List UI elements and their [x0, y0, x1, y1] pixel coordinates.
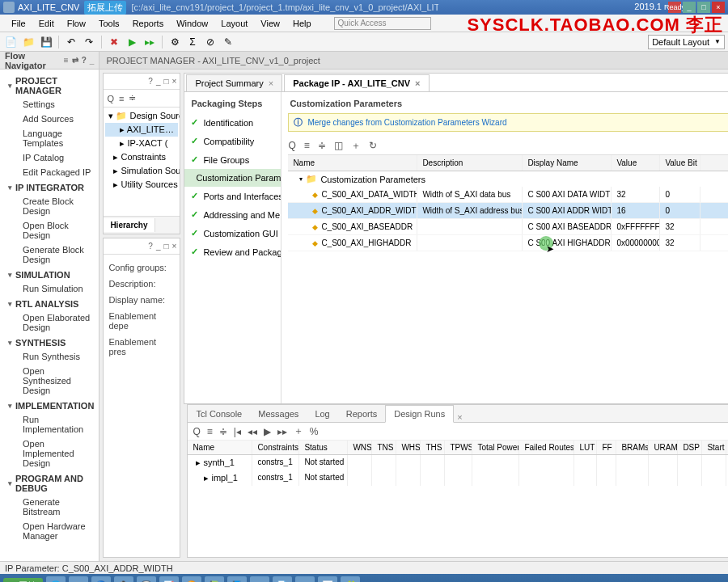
tool-icon[interactable]: ✎: [221, 35, 235, 49]
menu-window[interactable]: Window: [170, 16, 214, 31]
stop-icon[interactable]: ✖: [107, 35, 121, 49]
runs-column[interactable]: FF: [597, 441, 616, 454]
menu-file[interactable]: File: [5, 16, 32, 31]
tree-row[interactable]: ▾ 📁 Design Sources: [105, 109, 178, 123]
taskbar-item[interactable]: 🧩: [341, 576, 360, 582]
col-display-name[interactable]: Display Name: [523, 155, 612, 171]
runs-column[interactable]: Constraints: [252, 441, 299, 454]
maximize-icon[interactable]: □: [163, 242, 168, 251]
menu-reports[interactable]: Reports: [126, 16, 171, 31]
upload-badge[interactable]: 拓展上传: [84, 1, 126, 15]
packaging-step[interactable]: ✓File Groups: [184, 150, 281, 169]
taskbar-item[interactable]: 📗: [205, 576, 224, 582]
minimize-button[interactable]: _: [683, 2, 696, 13]
flow-section[interactable]: ▾ PROGRAM AND DEBUG: [0, 470, 99, 495]
col-description[interactable]: Description: [417, 155, 523, 171]
bottom-tab[interactable]: Messages: [250, 406, 307, 422]
maximize-icon[interactable]: □: [163, 77, 168, 86]
flow-section[interactable]: ▾ IMPLEMENTATION: [0, 398, 99, 412]
runs-column[interactable]: Start: [702, 441, 726, 454]
flow-section[interactable]: ▾ RTL ANALYSIS: [0, 296, 99, 310]
collapse-icon[interactable]: ≑: [219, 426, 227, 437]
packaging-step[interactable]: ✓Identification: [184, 113, 281, 132]
taskbar-item[interactable]: 📄: [273, 576, 292, 582]
flow-item[interactable]: Settings: [0, 97, 99, 112]
flow-item[interactable]: IP Catalog: [0, 150, 99, 165]
flow-item[interactable]: Run Simulation: [0, 281, 99, 296]
search-icon[interactable]: Q: [107, 94, 114, 103]
run-row[interactable]: ▸ synth_1constrs_1Not started: [188, 455, 728, 470]
save-icon[interactable]: 💾: [39, 35, 53, 49]
bottom-tab[interactable]: Reports: [338, 406, 386, 422]
flow-item[interactable]: Create Block Design: [0, 194, 99, 218]
packaging-step[interactable]: ✓Customization GUI: [184, 224, 281, 242]
undo-icon[interactable]: ↶: [64, 35, 78, 49]
taskbar-item[interactable]: 📘: [227, 576, 247, 582]
refresh-icon[interactable]: ↻: [369, 140, 377, 151]
param-row[interactable]: ◆C_S00_AXI_HIGHADDRC S00 AXI HIGHADDR0x0…: [288, 235, 728, 251]
menu-edit[interactable]: Edit: [32, 16, 61, 31]
bottom-tab[interactable]: Tcl Console: [188, 406, 250, 422]
close-tab-icon[interactable]: ×: [457, 412, 462, 422]
editor-tab[interactable]: Project Summary×: [186, 74, 282, 91]
tree-row[interactable]: ▸ Utility Sources: [105, 178, 178, 192]
flow-section[interactable]: ▾ IP INTEGRATOR: [0, 179, 99, 194]
param-row[interactable]: ◆C_S00_AXI_DATA_WIDTHWidth of S_AXI data…: [288, 187, 728, 203]
flow-item[interactable]: Edit Packaged IP: [0, 165, 99, 179]
expand-icon[interactable]: ≡: [207, 426, 213, 437]
close-tab-icon[interactable]: ×: [269, 78, 273, 88]
params-group[interactable]: ▾📁 Customization Parameters: [288, 171, 728, 187]
runs-column[interactable]: BRAMs: [616, 441, 649, 454]
start-button[interactable]: ⊞ 开始: [3, 578, 43, 583]
taskbar-item[interactable]: 🛠: [295, 576, 315, 582]
minimize-icon[interactable]: _: [156, 242, 161, 251]
flow-item[interactable]: Open Block Design: [0, 218, 99, 242]
new-icon[interactable]: 📄: [3, 35, 18, 49]
close-tab-icon[interactable]: ×: [415, 78, 420, 88]
col-bit-length[interactable]: Value Bit Length: [660, 155, 700, 171]
expand-icon[interactable]: ≡: [304, 140, 310, 151]
next-icon[interactable]: ▸▸: [277, 426, 287, 437]
group-icon[interactable]: ◫: [334, 140, 343, 151]
add-icon[interactable]: ＋: [351, 139, 361, 153]
menu-flow[interactable]: Flow: [61, 16, 92, 31]
menu-view[interactable]: View: [254, 16, 286, 31]
quick-access-input[interactable]: Quick Access: [334, 17, 431, 30]
taskbar-item[interactable]: 🌐: [46, 576, 66, 582]
packaging-step[interactable]: ✓Addressing and Mem: [184, 205, 281, 224]
taskbar-item[interactable]: 📊: [318, 576, 337, 582]
flow-item[interactable]: Run Synthesis: [0, 349, 99, 364]
taskbar-item[interactable]: 🟠: [182, 576, 201, 582]
tree-row[interactable]: ▸ Constraints: [105, 150, 178, 164]
packaging-step[interactable]: ✓Ports and Interfaces: [184, 187, 281, 205]
run-icon[interactable]: ▶: [125, 35, 139, 49]
runs-column[interactable]: THS: [421, 441, 445, 454]
close-icon[interactable]: ×: [172, 242, 177, 251]
runs-column[interactable]: Failed Routes: [519, 441, 574, 454]
close-icon[interactable]: _: [90, 56, 95, 65]
col-name[interactable]: Name: [288, 155, 417, 171]
cancel-icon[interactable]: ⊘: [203, 35, 218, 49]
param-row[interactable]: ◆C_S00_AXI_ADDR_WIDTHWidth of S_AXI addr…: [288, 203, 728, 219]
flow-item[interactable]: Open Elaborated Design: [0, 310, 99, 335]
close-icon[interactable]: ×: [172, 77, 177, 86]
packaging-step[interactable]: ✓Review and Package: [184, 242, 281, 261]
help-icon[interactable]: ?: [148, 242, 153, 251]
taskbar-item[interactable]: 📁: [69, 576, 88, 582]
flow-item[interactable]: Generate Block Design: [0, 242, 99, 267]
folder-icon[interactable]: 📁: [21, 35, 36, 49]
tree-row[interactable]: ▸ AXI_LITE…: [105, 123, 178, 137]
tree-row[interactable]: ▸ IP-XACT (: [105, 137, 178, 150]
flow-item[interactable]: Open Hardware Manager: [0, 519, 99, 543]
editor-tab[interactable]: Package IP - AXI_LITE_CNV×: [284, 74, 429, 91]
bottom-tab[interactable]: Design Runs: [385, 405, 454, 423]
flow-section[interactable]: ▾ PROJECT MANAGER: [0, 73, 99, 97]
flow-item[interactable]: Language Templates: [0, 126, 99, 150]
help-icon[interactable]: ?: [148, 77, 153, 86]
minimize-icon[interactable]: _: [156, 77, 161, 86]
runs-column[interactable]: Status: [299, 441, 348, 454]
close-button[interactable]: ×: [712, 2, 725, 13]
layout-selector[interactable]: Default Layout ▼: [648, 35, 725, 49]
taskbar-item[interactable]: 📝: [159, 576, 179, 582]
collapse-icon[interactable]: ≑: [318, 140, 326, 151]
